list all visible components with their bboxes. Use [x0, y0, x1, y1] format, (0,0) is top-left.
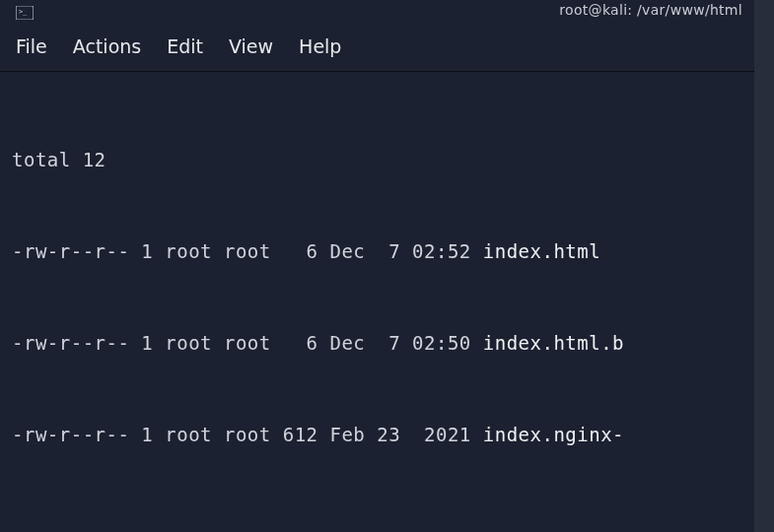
menu-actions[interactable]: Actions	[73, 35, 141, 57]
window-titlebar: >_ root@kali: /var/www/html	[0, 0, 754, 26]
menu-help[interactable]: Help	[299, 35, 341, 57]
ls-filename: index.nginx-	[483, 424, 624, 445]
ls-row: -rw-r--r-- 1 root root 612 Feb 23 2021 i…	[12, 420, 742, 450]
window-title: root@kali: /var/www/html	[559, 2, 742, 18]
terminal-output[interactable]: total 12 -rw-r--r-- 1 root root 6 Dec 7 …	[0, 72, 754, 532]
menu-edit[interactable]: Edit	[167, 35, 203, 57]
ls-total-line: total 12	[12, 145, 742, 175]
ls-filename: index.html	[483, 240, 600, 262]
menu-file[interactable]: File	[16, 35, 47, 57]
menu-view[interactable]: View	[229, 35, 273, 57]
ls-row: -rw-r--r-- 1 root root 6 Dec 7 02:52 ind…	[12, 236, 742, 267]
svg-text:>_: >_	[19, 8, 28, 16]
scrollbar-gutter[interactable]	[754, 0, 774, 532]
app-icon: >_	[16, 6, 34, 20]
menu-bar: File Actions Edit View Help	[0, 26, 754, 72]
ls-filename: index.html.b	[483, 332, 624, 354]
ls-row: -rw-r--r-- 1 root root 6 Dec 7 02:50 ind…	[12, 328, 742, 359]
